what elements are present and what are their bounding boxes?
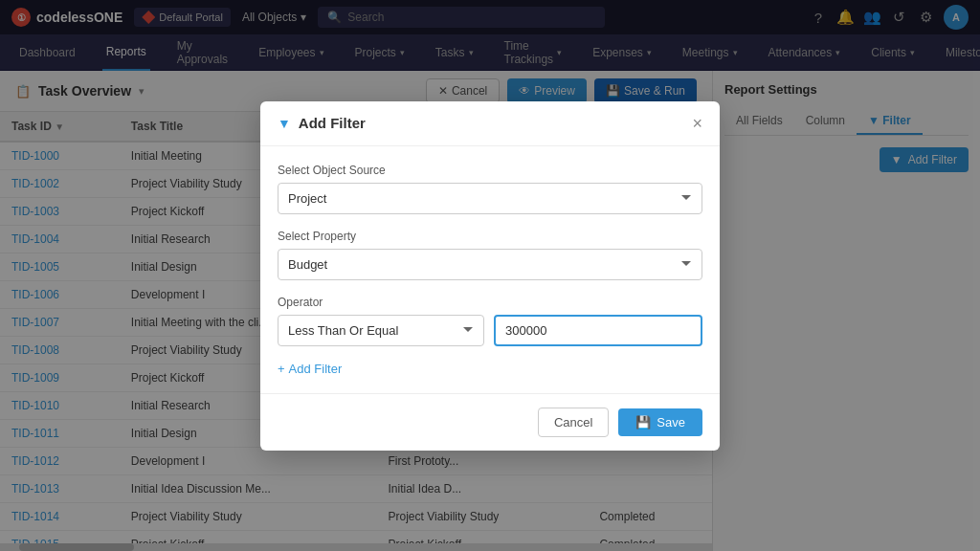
add-filter-link[interactable]: + Add Filter [278, 362, 702, 376]
object-source-label: Select Object Source [278, 164, 702, 177]
modal-save-icon: 💾 [635, 415, 651, 430]
value-input[interactable] [494, 315, 702, 346]
modal-save-button[interactable]: 💾 Save [618, 408, 702, 436]
modal-overlay: ▼ Add Filter × Select Object Source Proj… [0, 0, 980, 551]
modal-filter-icon: ▼ [278, 116, 291, 131]
modal-title-text: Add Filter [299, 115, 366, 131]
modal-close-button[interactable]: × [692, 115, 702, 132]
property-group: Select Property Budget [278, 230, 702, 280]
modal-header: ▼ Add Filter × [260, 101, 720, 146]
object-source-group: Select Object Source Project [278, 164, 702, 214]
modal-body: Select Object Source Project Select Prop… [260, 146, 720, 393]
modal-save-label: Save [657, 415, 685, 430]
property-label: Select Property [278, 230, 702, 243]
modal-title: ▼ Add Filter [278, 115, 366, 131]
add-filter-modal: ▼ Add Filter × Select Object Source Proj… [260, 101, 720, 451]
operator-label: Operator [278, 296, 702, 309]
property-select[interactable]: Budget [278, 249, 702, 280]
modal-footer: Cancel 💾 Save [260, 393, 720, 451]
modal-cancel-button[interactable]: Cancel [538, 408, 609, 437]
operator-row: Less Than Or Equal Less Than Greater Tha… [278, 315, 702, 346]
add-filter-link-icon: + [278, 362, 285, 376]
operator-select[interactable]: Less Than Or Equal Less Than Greater Tha… [278, 315, 484, 346]
object-source-select[interactable]: Project [278, 183, 702, 214]
add-filter-link-label: Add Filter [289, 362, 343, 376]
operator-group: Operator Less Than Or Equal Less Than Gr… [278, 296, 702, 346]
